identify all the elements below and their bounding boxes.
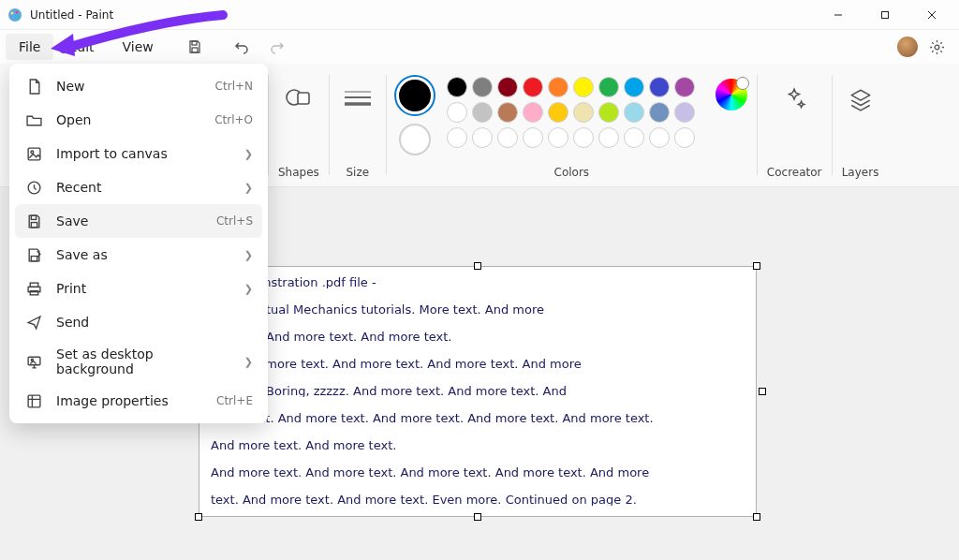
color-swatch[interactable] <box>624 102 644 123</box>
selection-handle[interactable] <box>474 513 481 521</box>
svg-rect-19 <box>31 215 36 219</box>
svg-point-2 <box>16 10 19 13</box>
color-swatch-empty[interactable] <box>649 127 670 148</box>
file-menu-saveas[interactable]: Save as❯ <box>15 238 262 272</box>
size-label: Size <box>347 166 370 183</box>
secondary-color-swatch[interactable] <box>399 124 431 155</box>
menu-accelerator: Ctrl+E <box>216 394 253 407</box>
size-icon <box>339 81 376 118</box>
ribbon-cocreator-group[interactable]: Cocreator <box>758 64 832 186</box>
cocreator-icon <box>775 81 813 118</box>
color-swatch-empty[interactable] <box>472 127 493 148</box>
file-menu-props[interactable]: Image propertiesCtrl+E <box>15 384 262 418</box>
svg-point-3 <box>17 15 20 18</box>
color-swatch-empty[interactable] <box>624 127 644 148</box>
svg-point-1 <box>11 11 14 14</box>
menu-item-label: Save <box>56 214 203 228</box>
layers-icon <box>842 81 879 118</box>
color-swatch[interactable] <box>548 77 568 97</box>
svg-point-0 <box>8 8 22 22</box>
color-swatch[interactable] <box>573 102 594 123</box>
color-swatch[interactable] <box>523 77 543 97</box>
file-menu-new[interactable]: NewCtrl+N <box>15 69 262 103</box>
file-menu-save[interactable]: SaveCtrl+S <box>15 204 262 238</box>
color-swatch[interactable] <box>674 77 695 97</box>
color-swatch-empty[interactable] <box>523 127 543 148</box>
color-swatch[interactable] <box>472 102 493 123</box>
svg-rect-21 <box>31 256 37 260</box>
canvas-text-line: text. And more text. And more text. Even… <box>211 494 745 506</box>
menu-accelerator: Ctrl+O <box>214 113 253 126</box>
paint-app-icon <box>7 7 22 22</box>
color-swatch-empty[interactable] <box>447 127 467 148</box>
file-menu-recent[interactable]: Recent❯ <box>15 170 262 204</box>
color-swatch-empty[interactable] <box>548 127 568 148</box>
selection-handle[interactable] <box>753 513 760 521</box>
file-menu-send[interactable]: Send <box>15 305 262 339</box>
file-menu-setbg[interactable]: Set as desktop background❯ <box>15 339 262 384</box>
settings-button[interactable] <box>920 32 953 62</box>
import-icon <box>24 144 43 163</box>
annotation-arrow <box>45 7 232 64</box>
selection-handle[interactable] <box>759 388 766 395</box>
svg-rect-5 <box>882 11 889 18</box>
color-swatch[interactable] <box>548 102 568 123</box>
color-swatch[interactable] <box>649 102 670 123</box>
color-swatch[interactable] <box>497 77 518 97</box>
color-swatch[interactable] <box>472 77 493 97</box>
selection-handle[interactable] <box>195 513 202 521</box>
close-button[interactable] <box>912 2 952 28</box>
canvas-text-line: ext. And more text. And more text. And m… <box>211 358 745 370</box>
maximize-button[interactable] <box>865 2 905 28</box>
shapes-label: Shapes <box>278 166 319 183</box>
desktop-bg-icon <box>24 352 43 371</box>
menu-item-label: Image properties <box>56 393 203 408</box>
redo-button[interactable] <box>260 32 294 62</box>
color-swatch[interactable] <box>573 77 594 97</box>
user-avatar[interactable] <box>897 37 918 57</box>
canvas-text-line: ore text. Boring, zzzzz. And more text. … <box>211 385 745 397</box>
color-swatch[interactable] <box>447 102 467 123</box>
color-swatch-empty[interactable] <box>674 127 695 148</box>
color-swatch-empty[interactable] <box>497 127 518 148</box>
color-swatch[interactable] <box>523 102 543 123</box>
menu-item-label: Save as <box>56 247 231 262</box>
svg-rect-16 <box>28 148 40 160</box>
canvas[interactable]: all demonstration .pdf file -in the Virt… <box>199 266 757 517</box>
primary-color-swatch[interactable] <box>396 77 434 114</box>
color-swatch[interactable] <box>447 77 467 97</box>
minimize-button[interactable] <box>819 2 858 28</box>
file-menu-import[interactable]: Import to canvas❯ <box>15 137 262 170</box>
canvas-text-line: more text. And more text. And more text.… <box>211 412 745 424</box>
color-picker-button[interactable] <box>716 79 747 111</box>
color-swatch[interactable] <box>598 77 619 97</box>
color-swatch[interactable] <box>598 102 619 123</box>
color-swatch[interactable] <box>649 77 670 97</box>
save-icon <box>24 212 43 230</box>
color-swatch[interactable] <box>624 77 644 97</box>
color-swatch[interactable] <box>674 102 695 123</box>
canvas-text-line: And more text. And more text. And more t… <box>211 466 745 479</box>
ribbon-layers-group[interactable]: Layers <box>833 64 889 186</box>
menu-item-label: Set as desktop background <box>56 346 231 376</box>
color-swatch[interactable] <box>497 102 518 123</box>
ribbon-colors-group: Colors <box>387 64 757 186</box>
ribbon-shapes-group[interactable]: Shapes <box>269 64 329 186</box>
chevron-right-icon: ❯ <box>244 356 253 368</box>
color-swatch-empty[interactable] <box>573 127 594 148</box>
color-swatch-empty[interactable] <box>598 127 619 148</box>
svg-rect-27 <box>28 395 40 407</box>
shapes-icon <box>280 81 317 118</box>
selection-handle[interactable] <box>474 262 481 270</box>
colors-label: Colors <box>554 166 590 183</box>
file-menu-print[interactable]: Print❯ <box>15 272 262 305</box>
recent-icon <box>24 178 43 197</box>
file-menu-open[interactable]: OpenCtrl+O <box>15 103 262 137</box>
svg-point-17 <box>30 150 33 153</box>
svg-point-10 <box>935 45 939 50</box>
svg-rect-25 <box>28 357 40 365</box>
selection-handle[interactable] <box>753 262 760 270</box>
ribbon-size-group[interactable]: Size <box>330 64 386 186</box>
print-icon <box>24 279 43 298</box>
menu-item-label: Send <box>56 315 253 330</box>
